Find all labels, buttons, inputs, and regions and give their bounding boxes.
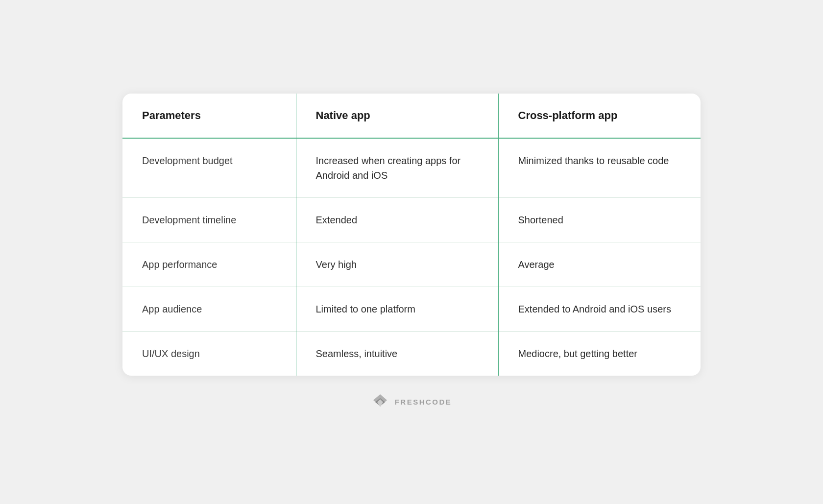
cell-native-3: Limited to one platform <box>296 287 498 331</box>
cell-param-4: UI/UX design <box>122 331 296 376</box>
cell-cross-2: Average <box>498 242 701 287</box>
cell-cross-4: Mediocre, but getting better <box>498 331 701 376</box>
comparison-card: Parameters Native app Cross-platform app… <box>122 94 701 376</box>
cell-param-3: App audience <box>122 287 296 331</box>
table-row: App audienceLimited to one platformExten… <box>122 287 701 331</box>
cell-cross-3: Extended to Android and iOS users <box>498 287 701 331</box>
page-wrapper: Parameters Native app Cross-platform app… <box>0 74 823 431</box>
cell-param-0: Development budget <box>122 138 296 198</box>
cell-native-2: Very high <box>296 242 498 287</box>
table-row: Development budgetIncreased when creatin… <box>122 138 701 198</box>
cell-cross-1: Shortened <box>498 197 701 242</box>
cell-native-1: Extended <box>296 197 498 242</box>
cell-native-0: Increased when creating apps for Android… <box>296 138 498 198</box>
header-native: Native app <box>296 94 498 138</box>
table-header-row: Parameters Native app Cross-platform app <box>122 94 701 138</box>
brand-name: FRESHCODE <box>395 398 452 406</box>
header-params: Parameters <box>122 94 296 138</box>
cell-native-4: Seamless, intuitive <box>296 331 498 376</box>
cell-param-1: Development timeline <box>122 197 296 242</box>
table-row: Development timelineExtendedShortened <box>122 197 701 242</box>
cell-param-2: App performance <box>122 242 296 287</box>
table-row: UI/UX designSeamless, intuitiveMediocre,… <box>122 331 701 376</box>
table-row: App performanceVery highAverage <box>122 242 701 287</box>
footer: FRESHCODE <box>371 393 452 411</box>
header-cross: Cross-platform app <box>498 94 701 138</box>
cell-cross-0: Minimized thanks to reusable code <box>498 138 701 198</box>
freshcode-logo-icon <box>371 393 389 411</box>
comparison-table: Parameters Native app Cross-platform app… <box>122 94 701 376</box>
